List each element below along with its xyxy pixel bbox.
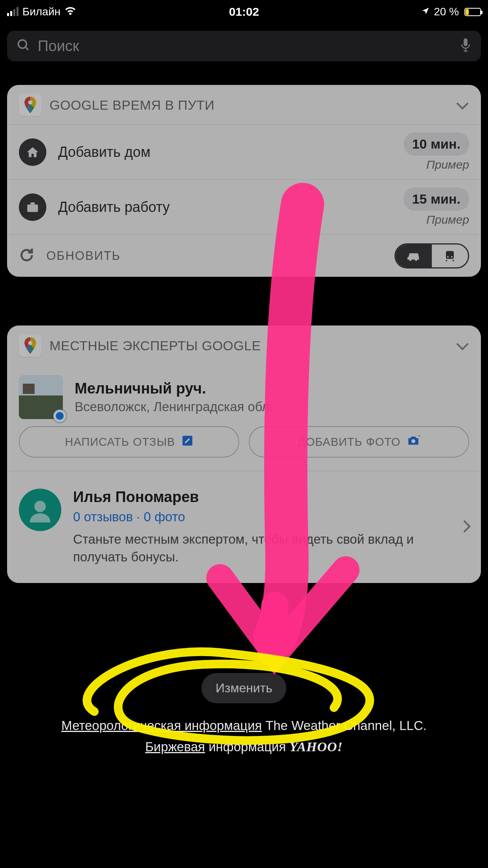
yahoo-logo: YAHOO! — [290, 739, 343, 754]
svg-rect-2 — [464, 39, 468, 46]
svg-point-7 — [451, 256, 453, 257]
search-icon — [17, 38, 31, 54]
clock-label: 01:02 — [229, 5, 259, 18]
refresh-row[interactable]: ОБНОВИТЬ — [7, 234, 481, 277]
svg-point-6 — [447, 256, 449, 257]
example-label: Пример — [404, 213, 469, 226]
wifi-icon — [64, 6, 76, 18]
chevron-down-icon — [456, 338, 469, 353]
widget-title: GOOGLE ВРЕМЯ В ПУТИ — [50, 97, 215, 113]
signal-icon — [7, 7, 18, 16]
status-bar: Билайн 01:02 20 % — [0, 0, 488, 24]
svg-point-8 — [28, 341, 33, 345]
stocks-link[interactable]: Биржевая — [145, 739, 205, 754]
user-description: Станьте местным экспертом, чтобы видеть … — [73, 531, 453, 566]
add-photo-button[interactable]: ДОБАВИТЬ ФОТО + — [249, 426, 469, 458]
location-icon — [421, 6, 430, 18]
add-work-label: Добавить работу — [58, 199, 170, 215]
refresh-label: ОБНОВИТЬ — [46, 249, 121, 263]
place-thumbnail — [19, 375, 63, 419]
user-name: Илья Пономарев — [73, 489, 453, 506]
home-time-badge: 10 мин. — [404, 132, 469, 156]
add-work-row[interactable]: Добавить работу 15 мин. Пример — [7, 179, 481, 234]
footer: Метеорологическая информация The Weather… — [0, 715, 488, 758]
widget-title: МЕСТНЫЕ ЭКСПЕРТЫ GOOGLE — [50, 338, 261, 353]
become-local-expert-row[interactable]: Илья Пономарев 0 отзывов · 0 фото Станьт… — [7, 471, 481, 583]
transport-segmented[interactable] — [394, 243, 469, 268]
camera-icon: + — [407, 435, 420, 449]
battery-icon — [464, 8, 481, 16]
user-stats: 0 отзывов · 0 фото — [73, 509, 453, 524]
weather-text: The Weather Channel, LLC. — [262, 718, 426, 733]
car-segment[interactable] — [396, 245, 432, 267]
home-icon — [19, 138, 46, 166]
svg-line-1 — [26, 47, 29, 50]
google-maps-icon — [19, 94, 42, 116]
stocks-text: информация — [205, 739, 290, 754]
briefcase-icon — [19, 193, 46, 221]
place-subtitle: Всеволожск, Ленинградская обл. — [75, 399, 273, 414]
google-maps-icon — [19, 334, 42, 357]
widget-local-experts: МЕСТНЫЕ ЭКСПЕРТЫ GOOGLE Мельничный руч. … — [7, 326, 481, 583]
work-time-badge: 15 мин. — [404, 188, 469, 211]
add-home-row[interactable]: Добавить дом 10 мин. Пример — [7, 124, 481, 179]
svg-point-12 — [34, 501, 46, 512]
add-home-label: Добавить дом — [58, 144, 150, 160]
mic-icon[interactable] — [460, 37, 471, 55]
svg-point-0 — [18, 40, 27, 48]
button-label: ДОБАВИТЬ ФОТО — [298, 436, 401, 449]
svg-point-3 — [28, 100, 33, 105]
avatar — [19, 489, 61, 531]
svg-point-10 — [411, 439, 415, 443]
chevron-down-icon — [456, 97, 469, 113]
search-input[interactable] — [38, 38, 453, 55]
refresh-icon — [19, 247, 35, 265]
edit-button[interactable]: Изменить — [202, 673, 286, 703]
search-bar[interactable] — [7, 31, 481, 61]
widget-header[interactable]: МЕСТНЫЕ ЭКСПЕРТЫ GOOGLE — [7, 326, 481, 365]
widget-header[interactable]: GOOGLE ВРЕМЯ В ПУТИ — [7, 85, 481, 124]
chevron-right-icon — [463, 520, 471, 535]
example-label: Пример — [404, 158, 469, 171]
review-icon — [182, 435, 193, 449]
button-label: НАПИСАТЬ ОТЗЫВ — [65, 436, 175, 449]
place-title: Мельничный руч. — [75, 380, 273, 397]
transit-segment[interactable] — [432, 245, 468, 267]
place-row[interactable]: Мельничный руч. Всеволожск, Ленинградска… — [7, 365, 481, 426]
svg-rect-4 — [27, 204, 38, 212]
location-dot-icon — [53, 410, 66, 422]
battery-pct-label: 20 % — [434, 6, 459, 18]
carrier-label: Билайн — [22, 6, 61, 18]
svg-text:+: + — [418, 435, 420, 438]
svg-rect-5 — [446, 251, 454, 259]
write-review-button[interactable]: НАПИСАТЬ ОТЗЫВ — [19, 426, 239, 458]
weather-link[interactable]: Метеорологическая информация — [61, 718, 262, 733]
widget-travel-time: GOOGLE ВРЕМЯ В ПУТИ Добавить дом 10 мин.… — [7, 85, 481, 277]
